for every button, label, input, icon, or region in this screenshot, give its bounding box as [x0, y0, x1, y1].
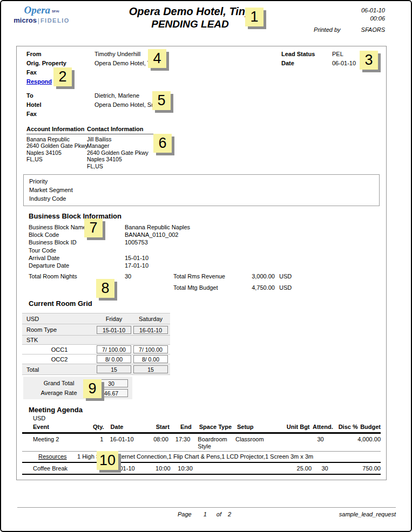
occ-label: OCC2 — [22, 356, 97, 363]
callout-9: 9 — [83, 379, 102, 398]
col-qty: Qty. — [85, 424, 104, 430]
col-setup: Setup — [236, 424, 280, 430]
to-label: To — [26, 91, 94, 100]
report-type-title: PENDING LEAD — [33, 18, 347, 31]
callout-6: 6 — [153, 134, 172, 153]
print-date: 06-01-10 — [314, 6, 385, 15]
agenda-row-coffee-break: Coffee Break 1 16-01-10 10:00 10:30 25.0… — [22, 463, 381, 475]
col-event: Event — [22, 424, 85, 430]
total-rms-revenue-label: Total Rms Revenue — [173, 272, 249, 281]
room-type-label: Room Type — [22, 326, 97, 333]
to-section: To Dietrich, Marlene Hotel Opera Demo Ho… — [26, 91, 386, 119]
printed-by-label: Printed by — [314, 26, 341, 33]
report-footer: Page 1 of 2 sample_lead_request — [17, 507, 396, 517]
hotel-row: Hotel Opera Demo Hotel, Small — [26, 100, 386, 110]
date-value: 16-01-10 — [103, 436, 144, 443]
callout-8: 8 — [96, 279, 114, 298]
grand-total-block: Grand Total 30 Average Rate 46.67 — [23, 377, 132, 399]
bb-row: Arrival Date 15-01-10 — [29, 254, 386, 262]
total-meeting-revenue-label: Total Meeting Revenue — [22, 479, 357, 480]
callout-1: 1 — [245, 8, 264, 26]
end-value: 17:30 — [168, 436, 191, 443]
bb-row: Business Block ID 1005753 — [29, 238, 386, 246]
bb-row: Block Code BANANA_0110_002 — [29, 231, 386, 238]
day-header: Saturday — [133, 316, 168, 322]
room-grid-date-row: Room Type 15-01-10 16-01-10 — [22, 324, 170, 336]
setup-value: Classroom — [234, 436, 278, 443]
agenda-row-meeting: Meeting 2 1 16-01-10 08:00 17:30 Boardro… — [22, 434, 381, 452]
callout-7: 7 — [84, 219, 103, 237]
business-block-section: Business Block Information Business Bloc… — [29, 212, 386, 292]
priority-label: Priority — [29, 177, 374, 186]
total-meeting-revenue-row: Total Meeting Revenue 4,750.00 — [22, 479, 381, 480]
total-rms-revenue-currency: USD — [279, 272, 292, 281]
account-line: 2640 Golden Gate Pkwy — [26, 142, 87, 149]
to-fax-row: Fax — [26, 110, 386, 119]
from-label: From — [26, 50, 94, 59]
room-grid-heading: Current Room Grid — [29, 299, 386, 308]
contact-line: FL,US — [87, 163, 168, 169]
respond-row: Respond — [26, 77, 386, 86]
day-header: Friday — [97, 316, 131, 322]
occupancy-row: OCC2 8/ 0.00 8/ 0.00 — [22, 354, 170, 364]
account-contact-section: Account Information Banana Republic 2640… — [26, 125, 386, 169]
lead-status-label: Lead Status — [281, 50, 332, 59]
col-date: Date — [104, 424, 145, 430]
bb-totals-row-2: Total Mtg Budget 4,750.00 USD — [29, 283, 386, 292]
from-value: Timothy Underhill — [94, 50, 140, 59]
col-disc: Disc % — [336, 424, 360, 430]
account-line: Banana Republic — [26, 136, 87, 142]
printed-by-user: SFAORS — [361, 26, 385, 33]
total-room-nights-value: 30 — [125, 272, 173, 281]
business-block-heading: Business Block Information — [29, 212, 386, 221]
bb-label: Departure Date — [29, 262, 125, 269]
bb-label: Block Code — [29, 231, 125, 238]
bb-value: Banana Republic Naples — [125, 223, 190, 231]
occ-label: OCC1 — [22, 346, 97, 353]
orig-property-label: Orig. Property — [26, 59, 94, 68]
callout-5: 5 — [152, 91, 171, 110]
resources-label: Resources — [38, 453, 77, 460]
grid-total-cell: 15 — [133, 365, 168, 373]
respond-link[interactable]: Respond — [26, 77, 52, 86]
lead-report-page: OperaSFAI microsFIDELIO Opera Demo Hotel… — [0, 0, 412, 532]
resources-row: Resources 1 High Speed Internet Connecti… — [22, 452, 381, 463]
bb-label: Business Block Name — [29, 223, 125, 231]
room-grid-table: USD Friday Saturday Room Type 15-01-10 1… — [22, 313, 170, 375]
space-type-value: Boardroom Style — [190, 436, 234, 449]
col-end: End — [170, 424, 192, 430]
bb-value: 17-01-10 — [125, 262, 148, 269]
lead-status-value: PEL — [332, 50, 343, 59]
total-rms-revenue-value: 3,000.00 — [249, 272, 275, 281]
bb-label: Arrival Date — [29, 254, 125, 262]
bb-totals-row-1: Total Room Nights 30 Total Rms Revenue 3… — [29, 272, 386, 281]
page-total: 2 — [228, 511, 231, 517]
attend-value: 30 — [307, 436, 333, 443]
lead-date-value: 06-01-10 — [332, 59, 356, 68]
grid-total-cell: 15 — [97, 365, 131, 373]
to-row: To Dietrich, Marlene — [26, 91, 386, 100]
occ-cell: 7/ 100.00 — [97, 345, 131, 353]
callout-4: 4 — [148, 49, 166, 68]
account-line: FL,US — [26, 156, 87, 162]
occupancy-row: OCC1 7/ 100.00 7/ 100.00 — [22, 345, 170, 354]
qty-value: 1 — [85, 436, 104, 443]
page-number: 1 — [204, 511, 207, 517]
col-space-type: Space Type — [192, 424, 236, 430]
start-value: 08:00 — [144, 436, 168, 443]
average-rate-row: Average Rate 46.67 — [23, 388, 132, 398]
bb-row: Departure Date 17-01-10 — [29, 262, 386, 269]
callout-3: 3 — [360, 51, 378, 70]
report-header: OperaSFAI microsFIDELIO Opera Demo Hotel… — [1, 1, 411, 44]
room-category: STK — [22, 337, 97, 343]
total-mtg-budget-currency: USD — [279, 283, 292, 292]
budget-value: 4,000.00 — [357, 436, 381, 443]
occ-cell: 8/ 0.00 — [97, 355, 131, 363]
page-indicator: Page 1 of 2 — [178, 511, 231, 517]
contact-line: Naples 34105 — [87, 156, 168, 162]
bb-row: Tour Code — [29, 247, 386, 254]
from-fax-row: Fax — [26, 68, 386, 77]
col-start: Start — [145, 424, 170, 430]
total-mtg-budget-label: Total Mtg Budget — [173, 283, 249, 292]
hotel-label: Hotel — [26, 100, 94, 110]
